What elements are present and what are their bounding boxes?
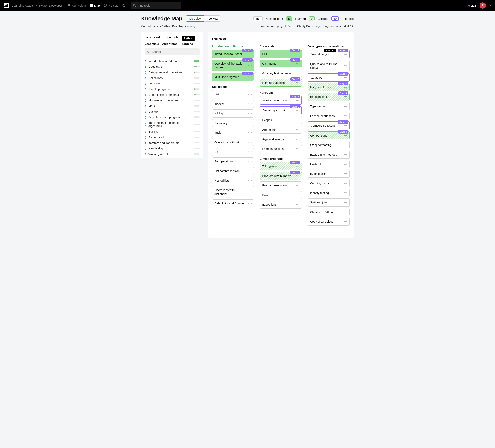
more-icon[interactable]: •••	[344, 134, 347, 137]
sidebar-item[interactable]: ❯Collections	[141, 75, 203, 81]
topic-node[interactable]: Type casting•••	[308, 102, 350, 110]
topic-node[interactable]: Bytes basics•••	[308, 170, 350, 178]
more-icon[interactable]: •••	[344, 153, 347, 156]
sidebar-item[interactable]: ❯Introduction to Python	[141, 58, 203, 64]
topic-node[interactable]: Identity testing•••	[308, 189, 350, 197]
more-icon[interactable]: •••	[344, 124, 347, 127]
topic-node[interactable]: Learn nextStage 2Basic data types•••	[308, 50, 350, 58]
topic-node[interactable]: Stage 1Multi-line programs•••	[212, 73, 254, 81]
more-icon[interactable]: •••	[248, 190, 252, 193]
gems-counter[interactable]: ◆ 224	[468, 4, 476, 7]
tree-view-button[interactable]: Tree view	[204, 15, 220, 22]
more-icon[interactable]: •••	[344, 191, 347, 194]
table-view-button[interactable]: Table view	[186, 15, 204, 22]
more-icon[interactable]: •••	[248, 160, 252, 163]
topic-node[interactable]: Stage 1Introduction to Python•••	[212, 50, 254, 58]
sidebar-item[interactable]: ❯Object-oriented programming	[141, 114, 203, 120]
more-icon[interactable]: •••	[344, 163, 347, 166]
topic-node[interactable]: Stage 5Declaring a function•••	[260, 106, 302, 115]
change-project-link[interactable]: change	[312, 24, 321, 28]
topic-node[interactable]: Tuple•••	[212, 129, 254, 137]
sidebar-item[interactable]: ❯Implementation of basic algorithms	[141, 120, 203, 129]
topic-node[interactable]: Errors•••	[260, 191, 302, 199]
topic-node[interactable]: Escape sequences•••	[308, 112, 350, 120]
topic-node[interactable]: Stage 4Boolean logic•••	[308, 93, 350, 101]
more-icon[interactable]: •••	[296, 203, 300, 206]
change-track-link[interactable]: change	[187, 24, 197, 28]
nav-map[interactable]: Map	[90, 4, 100, 7]
sidebar-item[interactable]: ❯Functions	[141, 81, 203, 86]
topic-node[interactable]: Operations with list•••	[212, 138, 254, 146]
tab-algorithms[interactable]: Algorithms	[162, 42, 177, 45]
top-search-input[interactable]	[138, 4, 179, 7]
sidebar-search-input[interactable]	[152, 50, 197, 53]
topic-node[interactable]: Copy of an object•••	[308, 217, 350, 226]
more-icon[interactable]: •••	[296, 147, 300, 150]
topic-node[interactable]: Stage 2PEP 8•••	[260, 50, 302, 58]
topic-node[interactable]: Stage 2Comments•••	[260, 60, 302, 68]
sidebar-item[interactable]: ❯Networking	[141, 146, 203, 151]
tab-kotlin[interactable]: Kotlin	[154, 36, 163, 41]
sidebar-item[interactable]: ❯Data types and operations	[141, 69, 203, 75]
topic-node[interactable]: String formatting•••	[308, 141, 350, 149]
more-icon[interactable]: •••	[248, 52, 252, 56]
more-icon[interactable]: •••	[296, 62, 300, 65]
topic-node[interactable]: Stage 2Taking input•••	[260, 162, 302, 170]
sidebar-item[interactable]: ❯Python shell	[141, 134, 203, 140]
more-icon[interactable]: •••	[296, 193, 300, 197]
more-icon[interactable]: •••	[248, 140, 252, 144]
more-icon[interactable]: •••	[248, 150, 252, 153]
nav-curriculum[interactable]: Curriculum	[68, 4, 86, 7]
sidebar-item[interactable]: ❯Control flow statements	[141, 92, 203, 97]
topic-node[interactable]: Stage 1Overview of the basic program•••	[212, 60, 254, 71]
topic-node[interactable]: List•••	[212, 90, 254, 98]
more-icon[interactable]: •••	[344, 210, 347, 214]
more-icon[interactable]: •••	[344, 201, 347, 204]
topic-node[interactable]: Split and join•••	[308, 198, 350, 206]
topic-node[interactable]: Stage 3Integer arithmetic•••	[308, 83, 350, 91]
top-search[interactable]	[131, 2, 181, 9]
more-icon[interactable]: •••	[344, 85, 347, 89]
sidebar-item[interactable]: ❯Working with files	[141, 151, 203, 157]
topic-node[interactable]: Slicing•••	[212, 109, 254, 118]
more-icon[interactable]: •••	[296, 71, 300, 75]
project-link[interactable]: Simple Chatty Bot	[287, 24, 311, 28]
sidebar-item[interactable]: ❯Modules and packages	[141, 97, 203, 103]
sidebar-item[interactable]: ❯Code style	[141, 64, 203, 69]
topic-node[interactable]: Quotes and multi-line strings•••	[308, 60, 350, 72]
topic-node[interactable]: Set•••	[212, 148, 254, 156]
topic-node[interactable]: Operations with dictionary•••	[212, 186, 254, 198]
profile-dropdown-icon[interactable]: ▼	[489, 4, 491, 7]
topic-node[interactable]: Scopes•••	[260, 116, 302, 124]
topic-node[interactable]: Creating bytes•••	[308, 179, 350, 187]
more-icon[interactable]: •••	[344, 114, 347, 118]
more-icon[interactable]: •••	[248, 93, 252, 96]
more-icon[interactable]: •••	[296, 81, 300, 84]
more-icon[interactable]: •••	[296, 52, 300, 56]
topic-node[interactable]: Nested lists•••	[212, 176, 254, 185]
breadcrumb[interactable]: JetBrains Academy / Python Developer	[12, 4, 62, 7]
topic-node[interactable]: List comprehension•••	[212, 167, 254, 175]
more-icon[interactable]: •••	[248, 202, 252, 205]
sidebar-item[interactable]: ❯Math	[141, 103, 203, 109]
topic-node[interactable]: Lambda functions•••	[260, 145, 302, 153]
more-icon[interactable]: •••	[248, 64, 252, 67]
avatar[interactable]: T	[480, 2, 486, 9]
sidebar-item[interactable]: ❯Simple programs	[141, 86, 203, 92]
more-icon[interactable]: •••	[344, 105, 347, 108]
more-icon[interactable]: •••	[344, 172, 347, 175]
topic-node[interactable]: Basic string methods•••	[308, 151, 350, 159]
more-icon[interactable]: •••	[296, 184, 300, 187]
topic-node[interactable]: Arguments•••	[260, 126, 302, 134]
more-icon[interactable]: •••	[248, 102, 252, 106]
more-icon[interactable]: •••	[248, 75, 252, 79]
topic-node[interactable]: Stage 4Membership testing•••	[308, 122, 350, 130]
nav-projects[interactable]: Projects	[104, 4, 118, 7]
nav-timer[interactable]	[122, 4, 125, 7]
more-icon[interactable]: •••	[296, 118, 300, 122]
more-icon[interactable]: •••	[248, 121, 252, 125]
topic-node[interactable]: Stage 3Program with numbers•••	[260, 172, 302, 180]
topic-node[interactable]: Stage 2Variables•••	[308, 73, 350, 82]
topic-node[interactable]: Args and kwargs•••	[260, 135, 302, 143]
topic-node[interactable]: Dictionary•••	[212, 119, 254, 127]
